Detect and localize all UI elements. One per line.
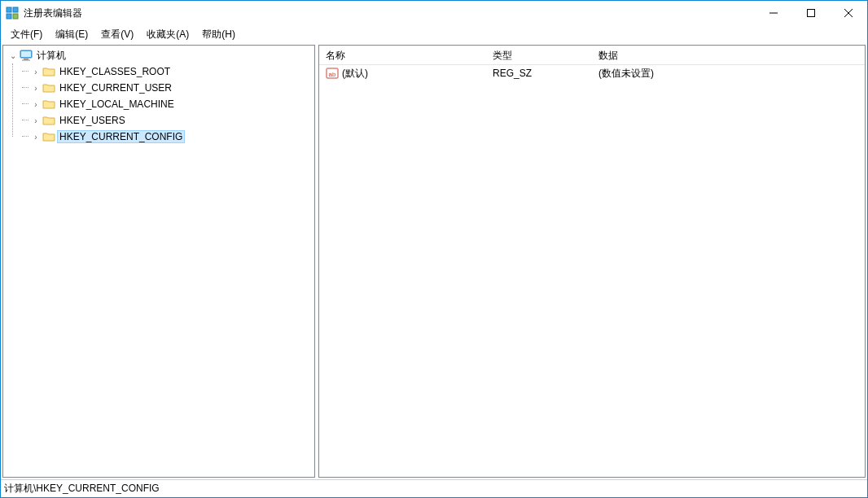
col-name[interactable]: 名称 bbox=[319, 46, 486, 64]
tree-item[interactable]: ›HKEY_CURRENT_USER bbox=[20, 80, 314, 96]
list-panel[interactable]: 名称 类型 数据 ab(默认)REG_SZ(数值未设置) bbox=[318, 45, 866, 478]
menu-help[interactable]: 帮助(H) bbox=[195, 26, 242, 43]
col-data[interactable]: 数据 bbox=[592, 46, 865, 64]
expand-icon[interactable]: › bbox=[29, 84, 42, 93]
svg-rect-5 bbox=[808, 10, 815, 17]
svg-rect-0 bbox=[7, 7, 11, 12]
value-type: REG_SZ bbox=[493, 68, 532, 79]
menu-file[interactable]: 文件(F) bbox=[4, 26, 49, 43]
menubar: 文件(F) 编辑(E) 查看(V) 收藏夹(A) 帮助(H) bbox=[1, 25, 867, 43]
tree-item-label: HKEY_CURRENT_USER bbox=[57, 81, 174, 94]
list-row[interactable]: ab(默认)REG_SZ(数值未设置) bbox=[319, 65, 865, 81]
svg-text:ab: ab bbox=[329, 71, 336, 78]
tree-item[interactable]: ›HKEY_CLASSES_ROOT bbox=[20, 63, 314, 80]
minimize-button[interactable] bbox=[755, 1, 792, 25]
expand-icon[interactable]: › bbox=[29, 133, 42, 142]
titlebar[interactable]: 注册表编辑器 bbox=[1, 1, 867, 25]
regedit-icon bbox=[6, 7, 19, 20]
statusbar: 计算机\HKEY_CURRENT_CONFIG bbox=[1, 479, 867, 497]
tree-item-label: HKEY_USERS bbox=[57, 114, 128, 127]
tree-item[interactable]: ›HKEY_LOCAL_MACHINE bbox=[20, 96, 314, 112]
value-data: (数值未设置) bbox=[598, 67, 654, 81]
expand-icon[interactable]: › bbox=[29, 116, 42, 125]
svg-rect-9 bbox=[21, 51, 31, 57]
status-path: 计算机\HKEY_CURRENT_CONFIG bbox=[4, 482, 160, 496]
svg-rect-2 bbox=[7, 14, 11, 19]
value-name: (默认) bbox=[342, 67, 368, 81]
folder-icon bbox=[42, 98, 55, 111]
col-type[interactable]: 类型 bbox=[486, 46, 592, 64]
tree-item-label: HKEY_LOCAL_MACHINE bbox=[57, 98, 177, 111]
folder-icon bbox=[42, 65, 55, 78]
list-header: 名称 类型 数据 bbox=[319, 46, 865, 65]
window-controls bbox=[755, 1, 867, 25]
svg-rect-10 bbox=[24, 59, 28, 60]
tree-item-label: HKEY_CURRENT_CONFIG bbox=[57, 130, 185, 143]
tree-item[interactable]: ›HKEY_USERS bbox=[20, 112, 314, 129]
folder-icon bbox=[42, 114, 55, 127]
tree-item-label: HKEY_CLASSES_ROOT bbox=[57, 65, 173, 78]
collapse-icon[interactable]: ⌄ bbox=[7, 51, 20, 60]
maximize-button[interactable] bbox=[792, 1, 830, 25]
expand-icon[interactable]: › bbox=[29, 100, 42, 109]
tree-item[interactable]: ›HKEY_CURRENT_CONFIG bbox=[20, 129, 314, 145]
tree-root[interactable]: ⌄ 计算机 bbox=[3, 47, 314, 63]
tree-panel[interactable]: ⌄ 计算机 ›HKEY_CLASSES_ROOT›HKEY_CURRENT_US… bbox=[2, 45, 315, 478]
string-value-icon: ab bbox=[326, 67, 339, 80]
menu-favorites[interactable]: 收藏夹(A) bbox=[140, 26, 195, 43]
window-title: 注册表编辑器 bbox=[24, 7, 82, 20]
svg-rect-11 bbox=[22, 60, 30, 61]
computer-icon bbox=[20, 49, 33, 62]
expand-icon[interactable]: › bbox=[29, 68, 42, 76]
folder-icon bbox=[42, 81, 55, 94]
folder-icon bbox=[42, 130, 55, 143]
svg-rect-1 bbox=[13, 7, 18, 12]
menu-view[interactable]: 查看(V) bbox=[94, 26, 140, 43]
resize-grip[interactable] bbox=[853, 483, 864, 495]
tree-root-label: 计算机 bbox=[34, 48, 68, 63]
menu-edit[interactable]: 编辑(E) bbox=[49, 26, 94, 43]
svg-rect-3 bbox=[13, 14, 18, 19]
close-button[interactable] bbox=[830, 1, 867, 25]
